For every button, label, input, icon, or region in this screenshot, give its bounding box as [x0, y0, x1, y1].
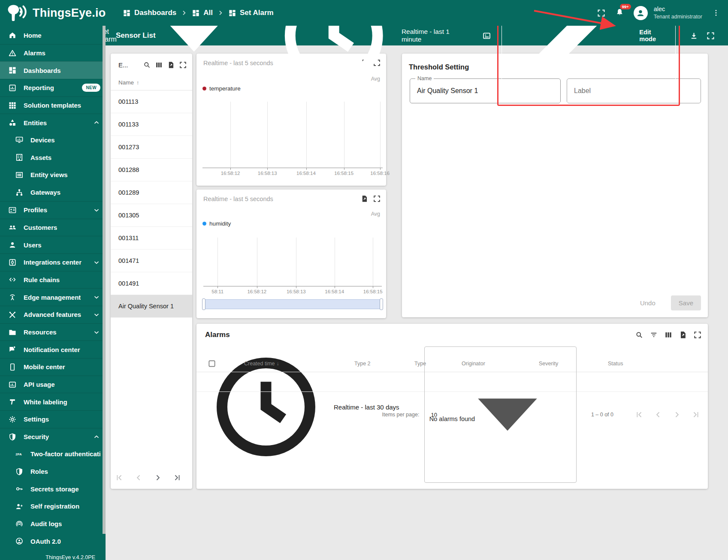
entity-row[interactable]: 001305	[111, 204, 192, 227]
legend[interactable]: humidity	[202, 220, 231, 227]
sidebar-item-advanced-features[interactable]: Advanced features	[0, 306, 106, 323]
last-page-icon[interactable]	[691, 409, 701, 420]
chevron-down-icon	[93, 311, 100, 319]
export-icon[interactable]	[679, 331, 687, 339]
breadcrumb-all[interactable]: All	[192, 9, 213, 17]
sidebar-item-roles[interactable]: Roles	[0, 463, 106, 480]
notifications-button[interactable]: 99+	[615, 8, 624, 18]
sidebar-item-devices[interactable]: Devices	[0, 131, 106, 149]
sidebar-item-customers[interactable]: Customers	[0, 219, 106, 236]
entity-row[interactable]: 001133	[111, 113, 192, 136]
select-all-checkbox[interactable]	[208, 359, 216, 368]
undo-button[interactable]: Undo	[640, 299, 656, 307]
data-zoom-left-handle[interactable]	[202, 298, 205, 310]
page-range-label: 1 – 0 of 0	[591, 412, 613, 418]
widget-fullscreen-icon[interactable]	[373, 195, 381, 203]
breadcrumb-set-alarm[interactable]: Set Alarm	[228, 9, 274, 17]
more-menu-button[interactable]	[712, 9, 720, 17]
sidebar-item-notification-center[interactable]: Notification center	[0, 340, 106, 358]
chart-timewindow-label[interactable]: Realtime - last 5 seconds	[203, 196, 273, 202]
previous-page-icon[interactable]	[133, 473, 144, 483]
toolbar-fullscreen-button[interactable]	[706, 31, 715, 40]
sidebar-item-dashboards[interactable]: Dashboards	[0, 61, 106, 79]
logo[interactable]: ThingsEye.io	[0, 4, 107, 22]
breadcrumb-label: Dashboards	[134, 9, 176, 17]
sidebar-item-gateways[interactable]: Gateways	[0, 184, 106, 201]
save-button[interactable]: Save	[671, 295, 701, 310]
sidebar-item-resources[interactable]: Resources	[0, 323, 106, 341]
alarm-column-type-2[interactable]: Type 2	[354, 361, 371, 367]
sidebar-item-label: Assets	[30, 154, 51, 161]
sidebar-item-home[interactable]: Home	[0, 27, 106, 44]
sidebar-menu: HomeAlarmsDashboardsReportingNEWSolution…	[0, 27, 106, 550]
sidebar-item-white-labeling[interactable]: White labeling	[0, 393, 106, 410]
entity-row[interactable]: Air Quality Sensor 1	[111, 295, 192, 318]
export-icon[interactable]	[360, 195, 369, 203]
search-icon[interactable]	[635, 331, 643, 339]
sidebar-item-label: Mobile center	[24, 363, 65, 370]
sidebar-item-label: Settings	[24, 415, 49, 423]
data-zoom-slider[interactable]	[203, 299, 382, 309]
sidebar-item-entities[interactable]: Entities	[0, 114, 106, 131]
entity-row[interactable]: 001311	[111, 227, 192, 250]
sidebar-item-mobile-center[interactable]: Mobile center	[0, 358, 106, 376]
axis-tick	[230, 168, 231, 170]
sidebar-item-entity-views[interactable]: Entity views	[0, 166, 106, 184]
sidebar-item-label: Gateways	[30, 189, 60, 196]
chart-gridline	[257, 238, 257, 286]
chevron-down-icon	[93, 259, 100, 266]
chart-gridline	[217, 238, 218, 286]
alarm-column-created-time[interactable]: Created time↓	[244, 361, 279, 367]
sidebar-item-settings[interactable]: Settings	[0, 410, 106, 428]
sidebar-item-alarms[interactable]: Alarms	[0, 44, 106, 62]
download-button[interactable]	[689, 31, 698, 40]
resources-icon	[8, 328, 17, 337]
widget-fullscreen-icon[interactable]	[693, 331, 702, 339]
previous-page-icon[interactable]	[653, 409, 663, 420]
breadcrumb-dashboards[interactable]: Dashboards	[123, 9, 176, 17]
image-gallery-button[interactable]	[482, 31, 491, 40]
sidebar-item-security[interactable]: Security	[0, 428, 106, 446]
sidebar-item-oauth-2-0[interactable]: OAuth 2.0	[0, 533, 106, 550]
entity-row[interactable]: 001289	[111, 181, 192, 204]
sidebar-item-integrations-center[interactable]: Integrations center	[0, 253, 106, 271]
sidebar-item-api-usage[interactable]: API usage	[0, 376, 106, 393]
sidebar-item-reporting[interactable]: ReportingNEW	[0, 79, 106, 96]
sidebar-item-self-registration[interactable]: Self registration	[0, 498, 106, 515]
sidebar-item-label: Customers	[24, 224, 57, 231]
entity-row[interactable]: 001288	[111, 159, 192, 181]
sidebar-item-profiles[interactable]: Profiles	[0, 201, 106, 219]
user-info[interactable]: alec Tenant administrator	[654, 5, 702, 20]
avatar[interactable]	[634, 6, 648, 20]
fullscreen-toggle-button[interactable]	[597, 9, 606, 18]
entity-row[interactable]: 001273	[111, 136, 192, 159]
sidebar-item-two-factor-authenticati[interactable]: 2FATwo-factor authenticati…	[0, 446, 106, 463]
sidebar-item-audit-logs[interactable]: Audit logs	[0, 515, 106, 533]
first-page-icon[interactable]	[114, 473, 124, 483]
next-page-icon[interactable]	[672, 409, 682, 420]
x-axis-ticks: 58:1116:58:1216:58:1316:58:1416:58:15	[203, 289, 382, 295]
first-page-icon[interactable]	[634, 409, 644, 420]
entity-row[interactable]: 001491	[111, 272, 192, 295]
next-page-icon[interactable]	[153, 473, 163, 483]
reporting-icon	[8, 84, 17, 92]
mobile-center-icon	[8, 363, 17, 371]
columns-icon[interactable]	[664, 331, 673, 339]
sidebar-item-users[interactable]: Users	[0, 236, 106, 253]
sidebar-item-label: API usage	[24, 381, 55, 388]
last-page-icon[interactable]	[172, 473, 182, 483]
integrations-icon	[8, 258, 17, 267]
chart-actions	[360, 195, 381, 203]
sidebar-item-assets[interactable]: Assets	[0, 149, 106, 166]
items-per-page-select[interactable]: 10	[424, 346, 576, 483]
sidebar-item-secrets-storage[interactable]: Secrets storage	[0, 480, 106, 498]
sidebar-item-edge-management[interactable]: Edge management	[0, 288, 106, 306]
home-icon	[8, 31, 17, 39]
chart-gridline	[267, 102, 268, 168]
sidebar-scrollbar[interactable]	[103, 26, 106, 534]
data-zoom-right-handle[interactable]	[380, 298, 383, 310]
sidebar-item-rule-chains[interactable]: Rule chains	[0, 271, 106, 289]
sidebar-item-solution-templates[interactable]: Solution templates	[0, 96, 106, 114]
entity-row[interactable]: 001471	[111, 250, 192, 272]
filter-icon[interactable]	[649, 331, 658, 339]
